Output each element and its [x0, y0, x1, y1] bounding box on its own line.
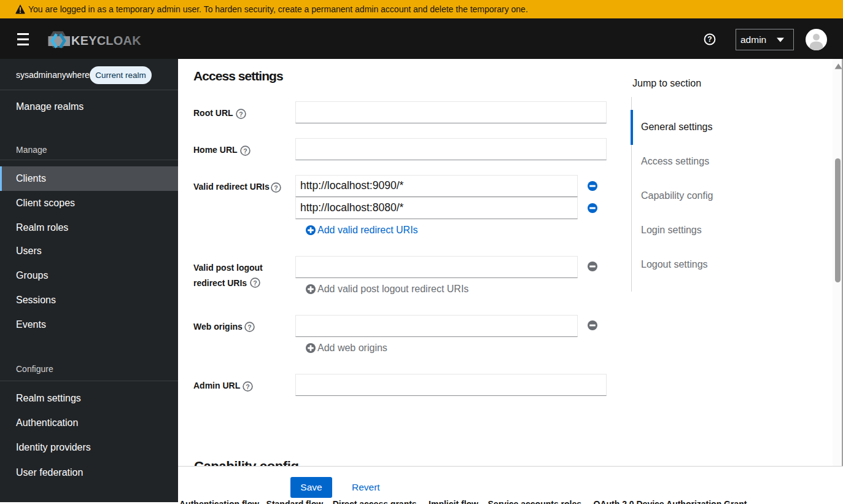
svg-text:?: ? — [243, 147, 247, 154]
svg-text:?: ? — [707, 35, 712, 44]
svg-text:KEYCLOAK: KEYCLOAK — [71, 34, 141, 47]
svg-text:?: ? — [239, 110, 243, 117]
svg-text:?: ? — [246, 382, 249, 390]
svg-text:?: ? — [247, 323, 251, 330]
svg-text:?: ? — [253, 279, 257, 287]
svg-text:?: ? — [274, 184, 278, 191]
